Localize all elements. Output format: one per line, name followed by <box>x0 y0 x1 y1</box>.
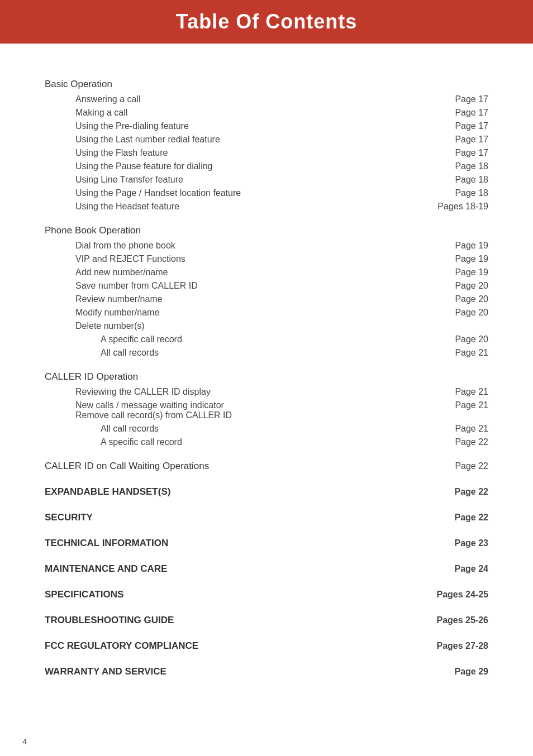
toc-item-delete-numbers: Delete number(s) <box>45 319 488 333</box>
toc-item-flash-feature: Using the Flash featurePage 17 <box>45 146 488 160</box>
toc-item-page-pre-dialing: Page 17 <box>455 121 488 131</box>
toc-item-label-pause-feature: Using the Pause feature for dialing <box>75 161 212 171</box>
toc-item-page-making-a-call: Page 17 <box>455 108 488 118</box>
toc-item-page-handset: Using the Page / Handset location featur… <box>45 186 488 200</box>
toc-item-dial-from-phone-book: Dial from the phone bookPage 19 <box>45 239 488 252</box>
toc-item-review-number: Review number/namePage 20 <box>45 293 488 306</box>
toc-item-page-last-number-redial: Page 17 <box>455 135 488 145</box>
toc-section-label-specifications: SPECIFICATIONS <box>45 589 123 600</box>
header: Table Of Contents <box>0 0 533 44</box>
toc-item-page-all-call-records-1: Page 21 <box>455 348 488 358</box>
toc-item-label-specific-call-record-1: A specific call record <box>101 334 182 344</box>
toc-item-label-pre-dialing: Using the Pre-dialing feature <box>75 121 189 131</box>
toc-section-label-troubleshooting-guide: TROUBLESHOOTING GUIDE <box>45 615 174 626</box>
toc-item-page-headset-feature: Pages 18-19 <box>437 202 488 212</box>
toc-item-page-reviewing-caller-id: Page 21 <box>455 387 488 397</box>
toc-section-page-caller-id-on-call: Page 22 <box>455 461 488 471</box>
toc-item-label-line-transfer: Using Line Transfer feature <box>75 175 183 185</box>
toc-item-answering-a-call: Answering a callPage 17 <box>45 93 488 106</box>
toc-item-save-number-caller-id: Save number from CALLER IDPage 20 <box>45 279 488 293</box>
toc-item-label-save-number-caller-id: Save number from CALLER ID <box>75 281 198 291</box>
toc-section-maintenance-and-care: MAINTENANCE AND CAREPage 24 <box>45 556 488 577</box>
toc-section-basic-operation: Basic Operation <box>45 71 488 93</box>
toc-section-page-technical-information: Page 23 <box>455 538 488 548</box>
toc-item-page-review-number: Page 20 <box>455 294 488 304</box>
toc-section-label-caller-id-operation: CALLER ID Operation <box>45 371 138 382</box>
toc-section-label-basic-operation: Basic Operation <box>45 79 112 90</box>
toc-item-all-call-records-2: All call recordsPage 21 <box>45 422 488 436</box>
toc-section-caller-id-operation: CALLER ID Operation <box>45 364 488 385</box>
toc-item-specific-call-record-2: A specific call recordPage 22 <box>45 436 488 449</box>
toc-item-page-flash-feature: Page 17 <box>455 148 488 158</box>
toc-section-page-security: Page 22 <box>455 513 488 523</box>
toc-item-label-add-new-number: Add new number/name <box>75 267 168 277</box>
toc-item-making-a-call: Making a callPage 17 <box>45 106 488 119</box>
toc-section-label-expandable-handsets: EXPANDABLE HANDSET(S) <box>45 486 170 497</box>
toc-item-vip-reject: VIP and REJECT FunctionsPage 19 <box>45 252 488 266</box>
toc-item-label-all-call-records-2: All call records <box>101 424 159 434</box>
toc-section-label-warranty-and-service: WARRANTY AND SERVICE <box>45 666 166 677</box>
toc-item-page-pause-feature: Page 18 <box>455 161 488 171</box>
toc-item-page-vip-reject: Page 19 <box>455 254 488 264</box>
toc-item-specific-call-record-1: A specific call recordPage 20 <box>45 333 488 346</box>
toc-section-technical-information: TECHNICAL INFORMATIONPage 23 <box>45 530 488 552</box>
toc-item-label-page-handset: Using the Page / Handset location featur… <box>75 188 241 198</box>
toc-item-label-review-number: Review number/name <box>75 294 163 304</box>
toc-section-label-security: SECURITY <box>45 512 93 523</box>
toc-section-page-expandable-handsets: Page 22 <box>455 487 488 497</box>
toc-section-label-caller-id-on-call: CALLER ID on Call Waiting Operations <box>45 461 209 472</box>
toc-item-label-dial-from-phone-book: Dial from the phone book <box>75 241 175 251</box>
toc-item-label-last-number-redial: Using the Last number redial feature <box>75 135 220 145</box>
toc-item-label-modify-number: Modify number/name <box>75 308 159 318</box>
toc-item-add-new-number: Add new number/namePage 19 <box>45 266 488 279</box>
toc-section-page-fcc-regulatory: Pages 27-28 <box>436 641 488 651</box>
toc-item-label-headset-feature: Using the Headset feature <box>75 202 179 212</box>
toc-content: Basic OperationAnswering a callPage 17Ma… <box>0 66 533 714</box>
toc-item-label-specific-call-record-2: A specific call record <box>101 437 182 447</box>
toc-section-label-phone-book-operation: Phone Book Operation <box>45 225 141 236</box>
toc-item-page-add-new-number: Page 19 <box>455 267 488 277</box>
toc-section-specifications: SPECIFICATIONSPages 24-25 <box>45 582 488 603</box>
toc-label-wrap-new-calls-message: New calls / message waiting indicatorRem… <box>75 400 232 420</box>
toc-item-page-specific-call-record-1: Page 20 <box>455 334 488 344</box>
toc-section-page-warranty-and-service: Page 29 <box>455 667 488 677</box>
toc-section-label-maintenance-and-care: MAINTENANCE AND CARE <box>45 563 167 575</box>
toc-item-line-transfer: Using Line Transfer featurePage 18 <box>45 173 488 186</box>
toc-item-label-all-call-records-1: All call records <box>101 348 159 358</box>
toc-section-page-troubleshooting-guide: Pages 25-26 <box>436 615 488 625</box>
toc-item-page-answering-a-call: Page 17 <box>455 94 488 104</box>
toc-item-pre-dialing: Using the Pre-dialing featurePage 17 <box>45 119 488 133</box>
toc-item-page-line-transfer: Page 18 <box>455 175 488 185</box>
toc-item-page-specific-call-record-2: Page 22 <box>455 437 488 447</box>
toc-item-reviewing-caller-id: Reviewing the CALLER ID displayPage 21 <box>45 385 488 399</box>
toc-item-label-reviewing-caller-id: Reviewing the CALLER ID display <box>75 387 211 397</box>
toc-item-label-delete-numbers: Delete number(s) <box>75 321 145 331</box>
toc-section-label-fcc-regulatory: FCC REGULATORY COMPLIANCE <box>45 640 198 652</box>
toc-item-label-answering-a-call: Answering a call <box>75 94 141 104</box>
toc-section-phone-book-operation: Phone Book Operation <box>45 218 488 239</box>
toc-item-page-dial-from-phone-book: Page 19 <box>455 241 488 251</box>
toc-section-page-maintenance-and-care: Page 24 <box>455 564 488 574</box>
toc-section-fcc-regulatory: FCC REGULATORY COMPLIANCEPages 27-28 <box>45 633 488 654</box>
toc-section-warranty-and-service: WARRANTY AND SERVICEPage 29 <box>45 659 488 680</box>
toc-item-headset-feature: Using the Headset featurePages 18-19 <box>45 200 488 213</box>
toc-item-page-save-number-caller-id: Page 20 <box>455 281 488 291</box>
toc-item-modify-number: Modify number/namePage 20 <box>45 306 488 319</box>
toc-item-label-vip-reject: VIP and REJECT Functions <box>75 254 185 264</box>
toc-item-page-new-calls-message: Page 21 <box>455 400 488 410</box>
toc-item-pause-feature: Using the Pause feature for dialingPage … <box>45 160 488 173</box>
toc-item-new-calls-message: New calls / message waiting indicatorRem… <box>45 399 488 422</box>
toc-item-label-flash-feature: Using the Flash feature <box>75 148 168 158</box>
toc-section-expandable-handsets: EXPANDABLE HANDSET(S)Page 22 <box>45 479 488 500</box>
toc-label-line1-new-calls-message: New calls / message waiting indicator <box>75 400 232 410</box>
toc-item-page-page-handset: Page 18 <box>455 188 488 198</box>
toc-item-page-all-call-records-2: Page 21 <box>455 424 488 434</box>
toc-section-security: SECURITYPage 22 <box>45 505 488 526</box>
toc-item-last-number-redial: Using the Last number redial featurePage… <box>45 133 488 146</box>
toc-item-all-call-records-1: All call recordsPage 21 <box>45 346 488 360</box>
toc-section-caller-id-on-call: CALLER ID on Call Waiting OperationsPage… <box>45 453 488 475</box>
toc-section-label-technical-information: TECHNICAL INFORMATION <box>45 538 168 549</box>
toc-item-page-modify-number: Page 20 <box>455 308 488 318</box>
page-title: Table Of Contents <box>176 10 357 33</box>
toc-item-label-making-a-call: Making a call <box>75 108 127 118</box>
